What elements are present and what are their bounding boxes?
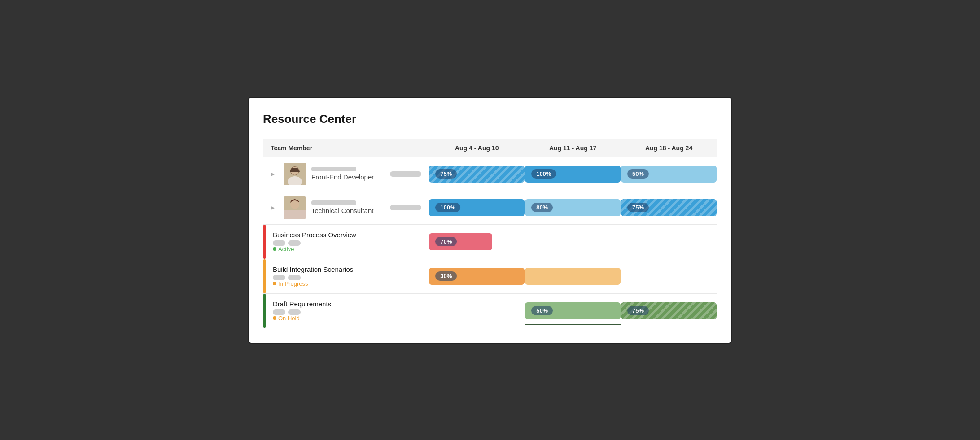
- status-dot: [273, 247, 276, 251]
- task-name: Draft Requirements: [273, 300, 331, 308]
- period2-cell: 50%: [525, 293, 621, 328]
- member-bar-placeholder: [390, 205, 421, 210]
- status-dot: [273, 316, 276, 320]
- period2-cell: 100%: [525, 157, 621, 191]
- member-role: Front-End Developer: [311, 173, 374, 181]
- task-pill: [273, 275, 285, 280]
- table-row: Draft Requirements On Hold 50% 75%: [263, 293, 717, 328]
- chevron-icon[interactable]: ▶: [271, 171, 275, 177]
- period1-cell: [429, 293, 525, 328]
- avatar: [284, 163, 306, 185]
- task-pill: [288, 275, 301, 280]
- col-header-period1: Aug 4 - Aug 10: [429, 139, 525, 157]
- member-cell: ▶ Front-End Developer: [263, 157, 429, 191]
- member-bar-placeholder: [390, 171, 421, 177]
- status-label: In Progress: [278, 280, 308, 287]
- period1-cell: 75%: [429, 157, 525, 191]
- period1-cell: 70%: [429, 224, 525, 259]
- task-status: Active: [273, 246, 356, 253]
- task-name: Build Integration Scenarios: [273, 266, 353, 273]
- task-info: Draft Requirements On Hold: [266, 294, 338, 328]
- period3-cell: [621, 224, 717, 259]
- member-name-placeholder: [311, 167, 356, 171]
- resource-center-card: Resource Center Team Member Aug 4 - Aug …: [248, 97, 732, 344]
- timeline-line: [525, 324, 621, 325]
- task-cell: Draft Requirements On Hold: [263, 293, 429, 328]
- task-cell: Business Process Overview Active: [263, 224, 429, 259]
- svg-rect-9: [284, 210, 306, 219]
- period2-cell: [525, 224, 621, 259]
- period3-cell: 75%: [621, 191, 717, 224]
- col-header-period3: Aug 18 - Aug 24: [621, 139, 717, 157]
- task-pills: [273, 309, 331, 315]
- table-row: Business Process Overview Active 70%: [263, 224, 717, 259]
- member-cell: ▶ Technical Consultant: [263, 191, 429, 224]
- task-pills: [273, 240, 356, 246]
- member-name-placeholder: [311, 200, 356, 205]
- period2-cell: 80%: [525, 191, 621, 224]
- status-label: Active: [278, 246, 294, 253]
- period3-cell: 50%: [621, 157, 717, 191]
- col-header-team-member: Team Member: [263, 139, 429, 157]
- task-pills: [273, 275, 353, 280]
- avatar: [284, 196, 306, 219]
- member-details: Front-End Developer: [311, 167, 374, 181]
- gantt-table: Team Member Aug 4 - Aug 10 Aug 11 - Aug …: [263, 139, 717, 328]
- task-info: Build Integration Scenarios In Progress: [266, 259, 360, 293]
- period2-cell: [525, 259, 621, 293]
- period1-cell: 100%: [429, 191, 525, 224]
- svg-rect-5: [290, 170, 300, 172]
- period3-cell: [621, 259, 717, 293]
- task-pill: [288, 309, 301, 315]
- task-pill: [288, 240, 301, 246]
- chevron-icon[interactable]: ▶: [271, 205, 275, 211]
- col-header-period2: Aug 11 - Aug 17: [525, 139, 621, 157]
- member-role: Technical Consultant: [311, 207, 373, 214]
- status-label: On Hold: [278, 315, 300, 322]
- task-name: Business Process Overview: [273, 231, 356, 239]
- task-info: Business Process Overview Active: [266, 225, 363, 259]
- period3-cell: 75%: [621, 293, 717, 328]
- task-status: On Hold: [273, 315, 331, 322]
- member-details: Technical Consultant: [311, 200, 373, 214]
- task-pill: [273, 240, 285, 246]
- task-cell: Build Integration Scenarios In Progress: [263, 259, 429, 293]
- task-pill: [273, 309, 285, 315]
- task-status: In Progress: [273, 280, 353, 287]
- table-row: ▶ Front-End Developer 75% 100%: [263, 157, 717, 191]
- page-title: Resource Center: [263, 112, 717, 126]
- status-dot: [273, 282, 276, 285]
- table-row: ▶ Technical Consultant 100% 80% 75: [263, 191, 717, 224]
- table-row: Build Integration Scenarios In Progress …: [263, 259, 717, 293]
- period1-cell: 30%: [429, 259, 525, 293]
